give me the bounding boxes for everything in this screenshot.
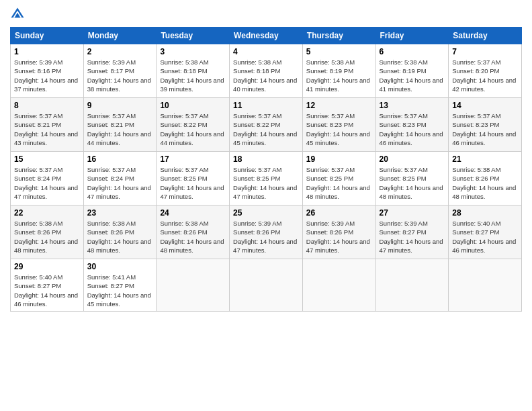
cell-info: Sunrise: 5:37 AMSunset: 8:20 PMDaylight:… [452, 58, 516, 93]
cell-info: Sunrise: 5:37 AMSunset: 8:25 PMDaylight:… [233, 166, 297, 200]
table-row: 15 Sunrise: 5:37 AMSunset: 8:24 PMDaylig… [11, 152, 84, 205]
table-row [230, 259, 303, 312]
day-header-saturday: Saturday [449, 28, 522, 44]
cell-info: Sunrise: 5:38 AMSunset: 8:26 PMDaylight:… [160, 220, 224, 254]
table-row: 28 Sunrise: 5:40 AMSunset: 8:27 PMDaylig… [449, 205, 522, 259]
day-number: 18 [233, 154, 299, 164]
day-number: 27 [380, 208, 445, 218]
day-number: 17 [160, 154, 226, 164]
cell-info: Sunrise: 5:37 AMSunset: 8:23 PMDaylight:… [452, 112, 516, 146]
table-row: 4 Sunrise: 5:38 AMSunset: 8:18 PMDayligh… [230, 44, 303, 98]
cell-info: Sunrise: 5:37 AMSunset: 8:22 PMDaylight:… [160, 112, 224, 146]
day-number: 29 [14, 262, 80, 271]
cell-info: Sunrise: 5:39 AMSunset: 8:26 PMDaylight:… [306, 220, 370, 254]
day-number: 2 [87, 47, 153, 56]
cell-info: Sunrise: 5:38 AMSunset: 8:18 PMDaylight:… [233, 58, 297, 93]
table-row: 5 Sunrise: 5:38 AMSunset: 8:19 PMDayligh… [302, 44, 375, 98]
day-number: 21 [452, 154, 518, 164]
table-row: 2 Sunrise: 5:39 AMSunset: 8:17 PMDayligh… [83, 44, 157, 98]
cell-info: Sunrise: 5:37 AMSunset: 8:21 PMDaylight:… [87, 112, 151, 146]
day-number: 1 [14, 47, 80, 56]
day-number: 24 [160, 208, 226, 218]
day-header-wednesday: Wednesday [230, 28, 303, 44]
table-row: 26 Sunrise: 5:39 AMSunset: 8:26 PMDaylig… [302, 205, 375, 259]
table-row: 1 Sunrise: 5:39 AMSunset: 8:16 PMDayligh… [11, 44, 84, 98]
day-number: 30 [87, 262, 153, 271]
day-header-monday: Monday [83, 28, 157, 44]
calendar-table: SundayMondayTuesdayWednesdayThursdayFrid… [10, 27, 522, 312]
table-row: 13 Sunrise: 5:37 AMSunset: 8:23 PMDaylig… [375, 98, 449, 152]
day-number: 4 [233, 47, 299, 56]
table-row: 3 Sunrise: 5:38 AMSunset: 8:18 PMDayligh… [157, 44, 230, 98]
table-row: 6 Sunrise: 5:38 AMSunset: 8:19 PMDayligh… [375, 44, 449, 98]
day-number: 13 [380, 101, 445, 110]
cell-info: Sunrise: 5:38 AMSunset: 8:19 PMDaylight:… [306, 58, 370, 93]
cell-info: Sunrise: 5:37 AMSunset: 8:25 PMDaylight:… [380, 166, 443, 200]
table-row: 22 Sunrise: 5:38 AMSunset: 8:26 PMDaylig… [11, 205, 84, 259]
table-row: 21 Sunrise: 5:38 AMSunset: 8:26 PMDaylig… [449, 152, 522, 205]
table-row: 20 Sunrise: 5:37 AMSunset: 8:25 PMDaylig… [375, 152, 449, 205]
calendar-row: 15 Sunrise: 5:37 AMSunset: 8:24 PMDaylig… [11, 152, 522, 205]
cell-info: Sunrise: 5:38 AMSunset: 8:26 PMDaylight:… [452, 166, 516, 200]
day-number: 11 [233, 101, 299, 110]
cell-info: Sunrise: 5:38 AMSunset: 8:26 PMDaylight:… [14, 220, 78, 254]
calendar-header-row: SundayMondayTuesdayWednesdayThursdayFrid… [11, 28, 522, 44]
table-row: 7 Sunrise: 5:37 AMSunset: 8:20 PMDayligh… [449, 44, 522, 98]
cell-info: Sunrise: 5:37 AMSunset: 8:22 PMDaylight:… [233, 112, 297, 146]
table-row: 24 Sunrise: 5:38 AMSunset: 8:26 PMDaylig… [157, 205, 230, 259]
cell-info: Sunrise: 5:40 AMSunset: 8:27 PMDaylight:… [14, 273, 78, 308]
day-number: 5 [306, 47, 372, 56]
day-number: 23 [87, 208, 153, 218]
cell-info: Sunrise: 5:38 AMSunset: 8:18 PMDaylight:… [160, 58, 224, 93]
cell-info: Sunrise: 5:37 AMSunset: 8:25 PMDaylight:… [306, 166, 370, 200]
cell-info: Sunrise: 5:37 AMSunset: 8:24 PMDaylight:… [87, 166, 151, 200]
table-row: 11 Sunrise: 5:37 AMSunset: 8:22 PMDaylig… [230, 98, 303, 152]
cell-info: Sunrise: 5:38 AMSunset: 8:19 PMDaylight:… [380, 58, 443, 93]
day-header-thursday: Thursday [302, 28, 375, 44]
day-number: 16 [87, 154, 153, 164]
table-row: 10 Sunrise: 5:37 AMSunset: 8:22 PMDaylig… [157, 98, 230, 152]
day-number: 12 [306, 101, 372, 110]
day-number: 9 [87, 101, 153, 110]
table-row [157, 259, 230, 312]
table-row: 25 Sunrise: 5:39 AMSunset: 8:26 PMDaylig… [230, 205, 303, 259]
table-row [302, 259, 375, 312]
cell-info: Sunrise: 5:39 AMSunset: 8:27 PMDaylight:… [380, 220, 443, 254]
page: SundayMondayTuesdayWednesdayThursdayFrid… [0, 0, 532, 411]
calendar-row: 22 Sunrise: 5:38 AMSunset: 8:26 PMDaylig… [11, 205, 522, 259]
cell-info: Sunrise: 5:39 AMSunset: 8:16 PMDaylight:… [14, 58, 78, 93]
day-number: 19 [306, 154, 372, 164]
table-row: 16 Sunrise: 5:37 AMSunset: 8:24 PMDaylig… [83, 152, 157, 205]
table-row [375, 259, 449, 312]
day-number: 25 [233, 208, 299, 218]
day-number: 22 [14, 208, 80, 218]
table-row: 12 Sunrise: 5:37 AMSunset: 8:23 PMDaylig… [302, 98, 375, 152]
table-row [449, 259, 522, 312]
table-row: 29 Sunrise: 5:40 AMSunset: 8:27 PMDaylig… [11, 259, 84, 312]
day-number: 28 [452, 208, 518, 218]
cell-info: Sunrise: 5:41 AMSunset: 8:27 PMDaylight:… [87, 273, 151, 308]
day-header-friday: Friday [375, 28, 449, 44]
logo-icon [10, 7, 25, 21]
cell-info: Sunrise: 5:37 AMSunset: 8:25 PMDaylight:… [160, 166, 224, 200]
day-number: 6 [380, 47, 445, 56]
table-row: 18 Sunrise: 5:37 AMSunset: 8:25 PMDaylig… [230, 152, 303, 205]
calendar-row: 29 Sunrise: 5:40 AMSunset: 8:27 PMDaylig… [11, 259, 522, 312]
cell-info: Sunrise: 5:38 AMSunset: 8:26 PMDaylight:… [87, 220, 151, 254]
day-header-sunday: Sunday [11, 28, 84, 44]
day-number: 7 [452, 47, 518, 56]
cell-info: Sunrise: 5:40 AMSunset: 8:27 PMDaylight:… [452, 220, 516, 254]
cell-info: Sunrise: 5:39 AMSunset: 8:26 PMDaylight:… [233, 220, 297, 254]
calendar-row: 1 Sunrise: 5:39 AMSunset: 8:16 PMDayligh… [11, 44, 522, 98]
cell-info: Sunrise: 5:37 AMSunset: 8:23 PMDaylight:… [306, 112, 370, 146]
table-row: 27 Sunrise: 5:39 AMSunset: 8:27 PMDaylig… [375, 205, 449, 259]
table-row: 14 Sunrise: 5:37 AMSunset: 8:23 PMDaylig… [449, 98, 522, 152]
header [10, 7, 522, 21]
day-number: 8 [14, 101, 80, 110]
table-row: 9 Sunrise: 5:37 AMSunset: 8:21 PMDayligh… [83, 98, 157, 152]
calendar-body: 1 Sunrise: 5:39 AMSunset: 8:16 PMDayligh… [11, 44, 522, 312]
day-number: 10 [160, 101, 226, 110]
cell-info: Sunrise: 5:39 AMSunset: 8:17 PMDaylight:… [87, 58, 151, 93]
cell-info: Sunrise: 5:37 AMSunset: 8:24 PMDaylight:… [14, 166, 78, 200]
day-number: 20 [380, 154, 445, 164]
